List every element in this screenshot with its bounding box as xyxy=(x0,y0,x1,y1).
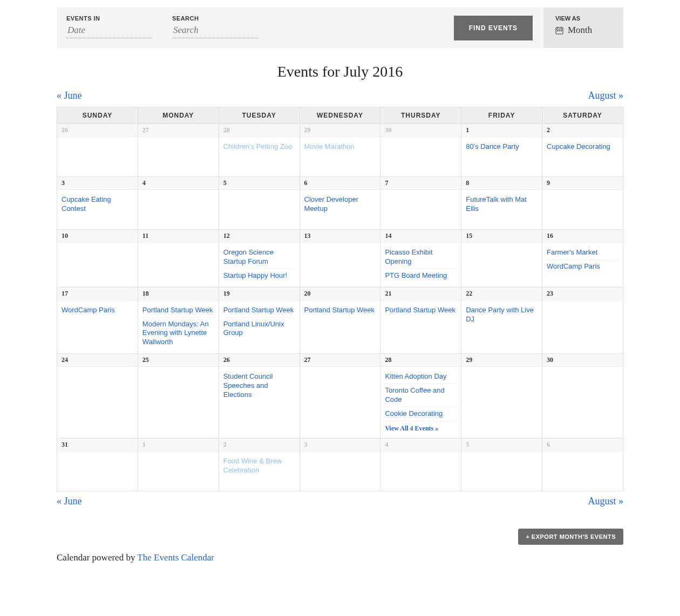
calendar-day[interactable]: 7 xyxy=(380,177,461,230)
event-link[interactable]: FutureTalk with Mat Ellis xyxy=(466,193,538,216)
calendar-day[interactable]: 26Student Council Speeches and Elections xyxy=(219,354,300,439)
calendar-day[interactable]: 16Farmer's MarketWordCamp Paris xyxy=(542,230,623,288)
calendar-day[interactable]: 25 xyxy=(138,354,219,439)
calendar-day[interactable]: 30 xyxy=(380,124,461,177)
calendar-day[interactable]: 3Cupcake Eating Contest xyxy=(57,177,138,230)
weekday-header: TUESDAY xyxy=(219,107,300,124)
day-number: 16 xyxy=(542,230,623,243)
calendar-day[interactable]: 4 xyxy=(138,177,219,230)
event-link[interactable]: Movie Marathon xyxy=(304,140,376,154)
day-number: 1 xyxy=(461,124,542,137)
event-link[interactable]: Cookie Decorating xyxy=(385,407,457,421)
export-month-button[interactable]: + EXPORT MONTH'S EVENTS xyxy=(518,529,623,545)
calendar-day[interactable]: 6 xyxy=(542,438,623,491)
calendar-day[interactable]: 5 xyxy=(461,438,542,491)
calendar-day[interactable]: 1 xyxy=(138,438,219,491)
event-link[interactable]: Food Wine & Brew Celebration xyxy=(223,455,295,477)
calendar-day[interactable]: 4 xyxy=(380,438,461,491)
month-nav-top: « June August » xyxy=(57,90,623,101)
event-link[interactable]: Dance Party with Live DJ xyxy=(466,304,538,326)
day-number: 30 xyxy=(542,354,623,367)
day-number: 26 xyxy=(57,124,138,137)
event-link[interactable]: Portland Startup Week xyxy=(304,304,376,317)
calendar-day[interactable]: 2Cupcake Decorating xyxy=(542,124,623,177)
calendar-day[interactable]: 21Portland Startup Week xyxy=(380,287,461,354)
calendar-day[interactable]: 19Portland Startup WeekPortland Linux/Un… xyxy=(219,287,300,354)
event-link[interactable]: Kitten Adoption Day xyxy=(385,370,457,384)
calendar-day[interactable]: 3 xyxy=(300,438,380,491)
event-link[interactable]: Startup Happy Hour! xyxy=(223,269,295,283)
day-number: 23 xyxy=(542,288,623,300)
event-link[interactable]: WordCamp Paris xyxy=(547,260,618,273)
event-link[interactable]: Clover Developer Meetup xyxy=(304,193,376,216)
event-link[interactable]: Student Council Speeches and Elections xyxy=(223,370,295,402)
calendar-day[interactable]: 9 xyxy=(542,177,623,230)
event-link[interactable]: 80's Dance Party xyxy=(466,140,538,154)
event-link[interactable]: Oregon Science Startup Forum xyxy=(223,246,295,269)
day-number: 31 xyxy=(57,439,138,451)
calendar-day[interactable]: 13 xyxy=(300,230,380,288)
calendar-day[interactable]: 14Picasso Exhibit OpeningPTG Board Meeti… xyxy=(380,230,461,288)
event-link[interactable]: Cupcake Decorating xyxy=(547,140,618,154)
calendar-day[interactable]: 29Movie Marathon xyxy=(300,124,380,177)
calendar-day[interactable]: 29 xyxy=(461,354,542,439)
calendar-day[interactable]: 27 xyxy=(138,124,219,177)
day-number: 14 xyxy=(380,230,461,243)
weekday-header: MONDAY xyxy=(138,107,219,124)
powered-by-link[interactable]: The Events Calendar xyxy=(137,552,214,563)
calendar-day[interactable]: 12Oregon Science Startup ForumStartup Ha… xyxy=(219,230,300,288)
calendar-day[interactable]: 10 xyxy=(57,230,138,288)
view-all-events-link[interactable]: View All 4 Events » xyxy=(385,421,457,434)
search-input[interactable] xyxy=(172,22,259,38)
event-link[interactable]: Farmer's Market xyxy=(547,246,618,260)
event-link[interactable]: WordCamp Paris xyxy=(62,304,133,317)
calendar-day[interactable]: 17WordCamp Paris xyxy=(57,287,138,354)
event-link[interactable]: Modern Mondays: An Evening with Lynette … xyxy=(142,318,214,350)
event-link[interactable]: Portland Startup Week xyxy=(223,304,295,318)
day-number: 5 xyxy=(461,439,542,451)
calendar-day[interactable]: 2Food Wine & Brew Celebration xyxy=(219,438,300,491)
events-in-input[interactable] xyxy=(66,22,153,38)
day-number: 3 xyxy=(300,439,380,451)
calendar-day[interactable]: 26 xyxy=(57,124,138,177)
day-number: 2 xyxy=(542,124,623,137)
calendar-day[interactable]: 8FutureTalk with Mat Ellis xyxy=(461,177,542,230)
next-month-link-bottom[interactable]: August » xyxy=(588,496,623,507)
calendar-day[interactable]: 23 xyxy=(542,287,623,354)
event-link[interactable]: PTG Board Meeting xyxy=(385,269,457,283)
view-as-selector[interactable]: VIEW AS Month xyxy=(543,8,623,48)
event-link[interactable]: Toronto Coffee and Code xyxy=(385,384,457,407)
filter-bar: EVENTS IN SEARCH FIND EVENTS VIEW AS Mon… xyxy=(57,8,623,48)
calendar-day[interactable]: 30 xyxy=(542,354,623,439)
event-link[interactable]: Portland Linux/Unix Group xyxy=(223,318,295,340)
event-link[interactable]: Picasso Exhibit Opening xyxy=(385,246,457,269)
calendar-day[interactable]: 180's Dance Party xyxy=(461,124,542,177)
calendar-day[interactable]: 11 xyxy=(138,230,219,288)
calendar-day[interactable]: 15 xyxy=(461,230,542,288)
calendar-day[interactable]: 28Children's Petting Zoo xyxy=(219,124,300,177)
view-as-label: VIEW AS xyxy=(555,15,611,22)
calendar-day[interactable]: 27 xyxy=(300,354,380,439)
calendar-day[interactable]: 6Clover Developer Meetup xyxy=(300,177,380,230)
event-link[interactable]: Portland Startup Week xyxy=(385,304,457,317)
prev-month-link[interactable]: « June xyxy=(57,90,82,101)
calendar-day[interactable]: 18Portland Startup WeekModern Mondays: A… xyxy=(138,287,219,354)
next-month-link[interactable]: August » xyxy=(588,90,623,101)
calendar-day[interactable]: 24 xyxy=(57,354,138,439)
page-title: Events for July 2016 xyxy=(57,63,623,80)
day-number: 25 xyxy=(138,354,219,367)
event-link[interactable]: Portland Startup Week xyxy=(142,304,214,318)
prev-month-link-bottom[interactable]: « June xyxy=(57,496,82,507)
calendar-day[interactable]: 20Portland Startup Week xyxy=(300,287,380,354)
event-link[interactable]: Cupcake Eating Contest xyxy=(62,193,133,216)
event-link[interactable]: Children's Petting Zoo xyxy=(223,140,295,154)
day-number: 30 xyxy=(380,124,461,137)
find-events-button[interactable]: FIND EVENTS xyxy=(454,16,533,40)
day-number: 10 xyxy=(57,230,138,243)
calendar-day[interactable]: 28Kitten Adoption DayToronto Coffee and … xyxy=(380,354,461,439)
powered-by-text: Calendar powered by xyxy=(57,552,137,563)
view-as-value: Month xyxy=(568,25,592,36)
calendar-day[interactable]: 22Dance Party with Live DJ xyxy=(461,287,542,354)
calendar-day[interactable]: 31 xyxy=(57,438,138,491)
calendar-day[interactable]: 5 xyxy=(219,177,300,230)
